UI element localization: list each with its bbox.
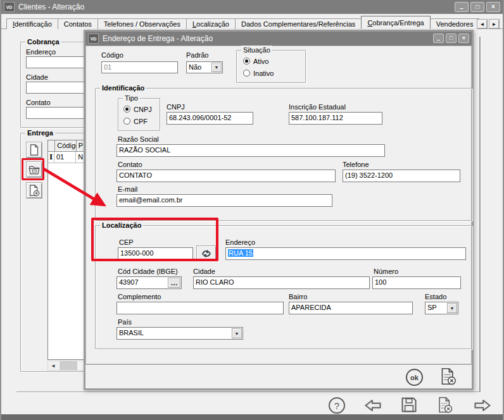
razao-social-field[interactable]: RAZÃO SOCIAL bbox=[117, 144, 385, 157]
codigo-label: Código bbox=[101, 51, 123, 59]
tab-strip: IdentificaçãoContatosTelefones / Observa… bbox=[6, 16, 479, 29]
save-button[interactable] bbox=[400, 396, 418, 414]
tab-contatos[interactable]: Contatos bbox=[58, 18, 98, 29]
inscricao-estadual-label: Inscrição Estadual bbox=[289, 103, 346, 111]
group-situacao-title: Situação bbox=[241, 46, 272, 55]
tab-identifica-o[interactable]: Identificação bbox=[6, 18, 58, 29]
new-document-icon bbox=[28, 144, 41, 156]
swap-arrows-icon bbox=[200, 247, 213, 260]
group-entrega-title: Entrega bbox=[25, 128, 55, 138]
contato-field[interactable]: CONTATO bbox=[117, 170, 336, 182]
tab-cobran-a-entrega[interactable]: Cobrança/Entrega bbox=[361, 16, 430, 29]
tab-localiza-o[interactable]: Localização bbox=[186, 18, 236, 29]
endereco-field[interactable]: RUA 15 bbox=[225, 247, 466, 260]
cidade-field[interactable]: RIO CLARO bbox=[193, 276, 370, 289]
minimize-button[interactable]: – bbox=[455, 2, 469, 12]
chevron-down-icon[interactable]: ▼ bbox=[232, 328, 242, 338]
numero-field[interactable]: 100 bbox=[372, 276, 461, 289]
entrega-grid[interactable]: Código P I 01 N bbox=[47, 140, 87, 360]
delete-record-button[interactable] bbox=[26, 182, 42, 199]
tab-dados-complementares-refer-ncias[interactable]: Dados Complementares/Referências bbox=[235, 18, 362, 29]
radio-cpf[interactable]: CPF bbox=[123, 117, 148, 125]
chevron-down-icon[interactable]: ▼ bbox=[447, 303, 457, 313]
maximize-button[interactable]: □ bbox=[470, 2, 484, 12]
endereco-label: Endereço bbox=[225, 238, 255, 247]
padrao-label: Padrão bbox=[186, 51, 208, 59]
radio-cnpj[interactable]: CNPJ bbox=[123, 105, 152, 113]
email-field[interactable]: email@email.com.br bbox=[117, 194, 332, 207]
tab-scroll-left-button[interactable]: ◄ bbox=[477, 19, 488, 29]
razao-social-label: Razão Social bbox=[118, 135, 159, 144]
ellipsis-lookup-button[interactable]: … bbox=[168, 278, 180, 288]
telefone-field[interactable]: (19) 3522-1200 bbox=[343, 170, 460, 182]
bottom-toolbar: ? bbox=[1, 395, 504, 414]
codigo-field[interactable]: 01 bbox=[101, 61, 178, 73]
grid-horizontal-scrollbar[interactable]: ◄ bbox=[47, 361, 87, 371]
grid-data-row[interactable]: I 01 N bbox=[48, 152, 87, 163]
dialog-client-area: Código 01 Padrão Não ▼ Situação Ativo In… bbox=[85, 46, 472, 364]
cobranca-endereco-field[interactable] bbox=[26, 56, 84, 68]
complemento-field[interactable] bbox=[117, 302, 284, 314]
pais-label: País bbox=[118, 318, 132, 326]
dialog-cancel-button[interactable] bbox=[439, 367, 458, 386]
telefone-label: Telefone bbox=[343, 161, 369, 169]
scroll-left-arrow-icon[interactable]: ◄ bbox=[48, 361, 58, 370]
arrow-left-icon bbox=[363, 397, 382, 414]
bairro-label: Bairro bbox=[289, 293, 307, 301]
group-localizacao-title: Localização bbox=[100, 221, 143, 230]
cobranca-cidade-field[interactable] bbox=[26, 82, 84, 94]
close-button[interactable]: × bbox=[486, 2, 500, 12]
chevron-down-icon[interactable]: ▼ bbox=[211, 63, 222, 72]
cobranca-contato-label: Contato bbox=[26, 99, 51, 107]
edit-record-button[interactable] bbox=[26, 161, 42, 178]
cod-cidade-ibge-field[interactable]: 43907 … bbox=[117, 276, 182, 289]
dialog-close-button[interactable]: × bbox=[458, 34, 469, 43]
cobranca-cidade-label: Cidade bbox=[26, 73, 48, 82]
padrao-combobox[interactable]: Não ▼ bbox=[186, 61, 223, 73]
group-tipo-title: Tipo bbox=[123, 94, 140, 103]
previous-button[interactable] bbox=[363, 397, 382, 414]
group-entrega: Entrega Código bbox=[20, 133, 87, 372]
dialog-button-bar: ok bbox=[85, 364, 472, 388]
page-right-edge bbox=[479, 37, 481, 392]
next-button[interactable] bbox=[473, 397, 492, 414]
floppy-disk-icon bbox=[400, 396, 418, 414]
document-delete-icon bbox=[436, 396, 454, 414]
group-identificacao-title: Identificação bbox=[100, 83, 146, 93]
cobranca-endereco-label: Endereço bbox=[26, 48, 56, 56]
dialog-titlebar: VD Endereço de Entrega - Alteração – □ × bbox=[85, 32, 472, 46]
numero-label: Número bbox=[374, 268, 398, 276]
pais-combobox[interactable]: BRASIL ▼ bbox=[117, 327, 243, 340]
contato-label: Contato bbox=[118, 161, 142, 169]
ok-button[interactable]: ok bbox=[406, 369, 423, 386]
cep-field[interactable]: 13500-000 bbox=[118, 247, 193, 260]
grid-header-codigo: Código bbox=[55, 140, 76, 152]
radio-icon bbox=[123, 118, 130, 125]
radio-icon bbox=[123, 106, 130, 113]
bairro-field[interactable]: APARECIDA bbox=[289, 302, 413, 314]
estado-combobox[interactable]: SP ▼ bbox=[425, 302, 458, 314]
tab-telefones-observa-es[interactable]: Telefones / Observações bbox=[98, 18, 187, 29]
cancel-button[interactable] bbox=[436, 396, 454, 414]
selected-text: RUA 15 bbox=[228, 249, 253, 257]
group-identificacao: Identificação Tipo CNPJ CPF CNPJ 68.243.… bbox=[95, 88, 472, 221]
tab-scroll-right-button[interactable]: ► bbox=[489, 19, 500, 29]
cep-lookup-button[interactable] bbox=[196, 245, 217, 261]
cnpj-field[interactable]: 68.243.096/0001-52 bbox=[167, 112, 253, 125]
dialog-maximize-button[interactable]: □ bbox=[446, 34, 457, 43]
tab-vendedores[interactable]: Vendedores bbox=[430, 18, 480, 29]
window-bottom-border bbox=[1, 414, 504, 420]
cidade-label: Cidade bbox=[193, 268, 215, 276]
cobranca-contato-field[interactable] bbox=[26, 107, 84, 119]
new-record-button[interactable] bbox=[26, 142, 42, 158]
estado-label: Estado bbox=[425, 293, 446, 301]
radio-ativo[interactable]: Ativo bbox=[243, 57, 268, 65]
help-button[interactable]: ? bbox=[329, 397, 345, 414]
dialog-minimize-button[interactable]: – bbox=[433, 34, 444, 43]
radio-inativo[interactable]: Inativo bbox=[243, 69, 274, 77]
inscricao-estadual-field[interactable]: 587.100.187.112 bbox=[289, 112, 382, 125]
app-icon: VD bbox=[4, 2, 15, 12]
scrollbar-thumb[interactable] bbox=[60, 361, 77, 370]
document-delete-icon bbox=[439, 367, 458, 386]
complemento-label: Complemento bbox=[118, 293, 161, 301]
